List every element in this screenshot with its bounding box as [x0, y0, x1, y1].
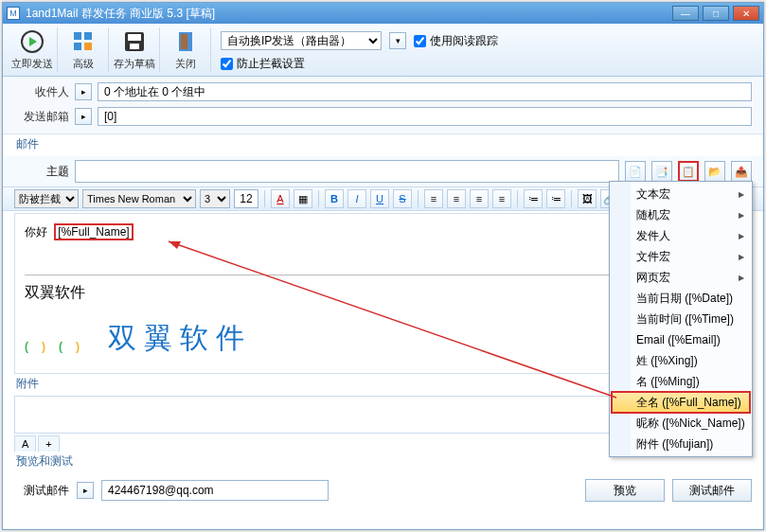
svg-rect-3 — [84, 32, 92, 40]
editor-macro-fullname: [%Full_Name] — [54, 223, 133, 240]
main-toolbar: 立即发送 高级 存为草稿 关闭 自动换IP发送（路由器） ▾ — [3, 24, 763, 77]
svg-rect-10 — [181, 34, 187, 49]
grid-icon — [70, 28, 97, 55]
svg-rect-5 — [84, 43, 92, 50]
test-email-input[interactable] — [101, 480, 329, 501]
block-intercept-input[interactable] — [221, 58, 233, 70]
recipient-label: 收件人 — [14, 84, 69, 100]
editor-text-hello: 你好 — [25, 224, 47, 240]
preview-button[interactable]: 预览 — [585, 479, 665, 502]
svg-marker-1 — [29, 37, 37, 46]
door-icon — [172, 28, 199, 55]
menu-time[interactable]: 当前时间 ([%Time]) — [612, 309, 750, 329]
menu-text-macro[interactable]: 文本宏 — [612, 184, 750, 204]
menu-xing[interactable]: 姓 ([%Xing]) — [612, 350, 750, 371]
svg-text:): ) — [42, 340, 45, 353]
menu-sender[interactable]: 发件人 — [612, 225, 750, 246]
menu-email[interactable]: Email ([%Email]) — [612, 329, 750, 350]
read-track-checkbox[interactable]: 使用阅读跟踪 — [414, 33, 498, 49]
svg-rect-8 — [130, 44, 139, 49]
logo-icon: ()() — [25, 314, 98, 363]
send-test-button[interactable]: 测试邮件 — [672, 479, 752, 502]
underline-button[interactable]: U — [370, 189, 389, 208]
recipient-field[interactable]: 0 个地址在 0 个组中 — [98, 82, 752, 101]
sender-expand-button[interactable]: ▸ — [75, 108, 92, 125]
antiblock-select[interactable]: 防被拦截 — [14, 189, 79, 208]
align-justify-button[interactable]: ≡ — [492, 189, 511, 208]
play-icon — [19, 28, 45, 55]
italic-button[interactable]: I — [347, 189, 366, 208]
app-icon: M — [7, 7, 20, 20]
tab-a[interactable]: A — [14, 435, 36, 452]
font-color-button[interactable]: A — [271, 189, 290, 208]
window-title: 1and1Mail 群发任务 商业版 5.3 [草稿] — [26, 6, 672, 22]
logo-text: 双翼软件 — [108, 319, 252, 358]
menu-random-macro[interactable]: 随机宏 — [612, 204, 750, 225]
menu-fujian[interactable]: 附件 ([%fujian]) — [612, 434, 750, 454]
export-icon[interactable]: 📤 — [731, 161, 752, 182]
menu-web-macro[interactable]: 网页宏 — [612, 267, 750, 288]
tab-add[interactable]: + — [38, 435, 59, 452]
save-icon — [121, 28, 148, 55]
new-page-icon[interactable]: 📄 — [625, 161, 646, 182]
close-window-button[interactable]: ✕ — [733, 6, 759, 21]
advanced-label: 高级 — [73, 57, 94, 71]
test-expand-button[interactable]: ▸ — [77, 482, 94, 499]
address-form: 收件人 ▸ 0 个地址在 0 个组中 发送邮箱 ▸ [0] — [3, 77, 763, 134]
save-draft-label: 存为草稿 — [114, 57, 155, 71]
maximize-button[interactable]: □ — [703, 6, 729, 21]
sender-label: 发送邮箱 — [14, 109, 69, 125]
svg-rect-7 — [128, 34, 141, 41]
ip-mode-expand-button[interactable]: ▾ — [389, 32, 406, 49]
copy-page-icon[interactable]: 📑 — [651, 161, 672, 182]
minimize-button[interactable]: — — [672, 6, 699, 21]
sender-field[interactable]: [0] — [98, 107, 752, 126]
folder-icon[interactable]: 📂 — [704, 161, 725, 182]
align-right-button[interactable]: ≡ — [470, 189, 489, 208]
send-now-button[interactable]: 立即发送 — [7, 27, 58, 72]
close-button[interactable]: 关闭 — [160, 27, 211, 72]
subject-input[interactable] — [75, 160, 619, 183]
menu-nick[interactable]: 昵称 ([%Nick_Name]) — [612, 413, 750, 434]
advanced-button[interactable]: 高级 — [58, 27, 109, 72]
menu-date[interactable]: 当前日期 ([%Date]) — [612, 288, 750, 309]
send-now-label: 立即发送 — [11, 57, 53, 71]
insert-macro-button[interactable]: 📋 — [678, 161, 699, 182]
svg-rect-4 — [74, 43, 81, 50]
font-size-input[interactable] — [234, 189, 258, 208]
strike-button[interactable]: S — [393, 189, 412, 208]
menu-fullname[interactable]: 全名 ([%Full_Name]) — [612, 392, 750, 413]
menu-ming[interactable]: 名 ([%Ming]) — [612, 371, 750, 392]
align-center-button[interactable]: ≡ — [447, 189, 466, 208]
subject-label: 主题 — [14, 164, 69, 180]
test-label: 测试邮件 — [14, 483, 69, 499]
align-left-button[interactable]: ≡ — [424, 189, 443, 208]
block-intercept-checkbox[interactable]: 防止拦截设置 — [221, 56, 305, 72]
bold-button[interactable]: B — [325, 189, 344, 208]
list-ol-button[interactable]: ≔ — [524, 189, 543, 208]
read-track-input[interactable] — [414, 35, 426, 47]
font-select[interactable]: Times New Roman — [82, 189, 196, 208]
image-button[interactable]: 🖼 — [578, 189, 597, 208]
recipient-expand-button[interactable]: ▸ — [75, 83, 92, 100]
highlight-button[interactable]: ▦ — [294, 189, 312, 208]
block-intercept-label: 防止拦截设置 — [237, 56, 305, 72]
svg-rect-2 — [74, 32, 81, 40]
mail-section-label: 邮件 — [16, 136, 763, 152]
title-bar: M 1and1Mail 群发任务 商业版 5.3 [草稿] — □ ✕ — [3, 3, 763, 24]
list-ul-button[interactable]: ≔ — [546, 189, 565, 208]
close-label: 关闭 — [175, 57, 196, 71]
svg-text:): ) — [76, 340, 80, 353]
read-track-label: 使用阅读跟踪 — [430, 33, 498, 49]
macro-context-menu: 文本宏 随机宏 发件人 文件宏 网页宏 当前日期 ([%Date]) 当前时间 … — [609, 181, 753, 457]
menu-file-macro[interactable]: 文件宏 — [612, 246, 750, 267]
ip-mode-select[interactable]: 自动换IP发送（路由器） — [221, 31, 382, 50]
svg-text:(: ( — [59, 340, 62, 353]
save-draft-button[interactable]: 存为草稿 — [109, 27, 160, 72]
font-size-select[interactable]: 3 — [200, 189, 230, 208]
svg-text:(: ( — [25, 340, 28, 353]
